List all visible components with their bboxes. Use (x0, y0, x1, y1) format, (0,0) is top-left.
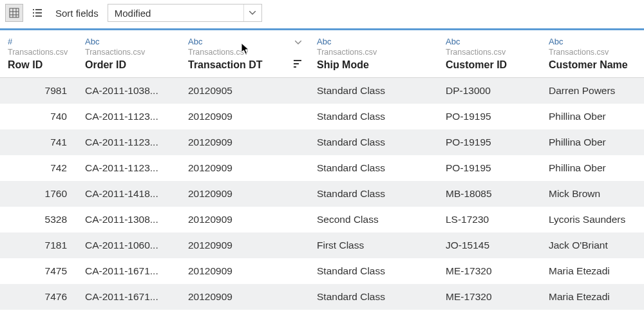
cell-order-id: CA-2011-1671... (77, 291, 180, 303)
cell-customer-name: Jack O'Briant (541, 240, 644, 251)
column-header[interactable]: #Transactions.csvRow ID (0, 30, 77, 77)
cell-order-id: CA-2011-1038... (77, 85, 180, 97)
list-view-button[interactable] (28, 4, 46, 22)
cell-ship-mode: Standard Class (309, 137, 438, 148)
cell-customer-id: MB-18085 (438, 188, 541, 200)
column-menu-caret-icon[interactable] (295, 35, 301, 46)
cell-txn-dt: 20120909 (180, 291, 309, 303)
column-source-label: Transactions.csv (549, 48, 638, 57)
grid-icon (9, 8, 19, 18)
column-field-name: Transaction DT (188, 59, 303, 71)
sort-icon[interactable] (294, 59, 303, 70)
cell-customer-name: Maria Etezadi (541, 265, 644, 277)
cell-row-id: 7181 (0, 240, 77, 251)
svg-rect-12 (294, 63, 299, 64)
toolbar: Sort fields Modified (0, 0, 644, 28)
list-icon (32, 8, 43, 18)
cell-row-id: 740 (0, 111, 77, 122)
column-header[interactable]: AbcTransactions.csvCustomer ID (438, 30, 541, 77)
svg-rect-0 (10, 8, 19, 17)
cell-customer-name: Darren Powers (541, 85, 644, 97)
column-header[interactable]: AbcTransactions.csvTransaction DT (180, 30, 309, 77)
column-source-label: Transactions.csv (85, 48, 174, 57)
table-row[interactable]: 7475CA-2011-1671...20120909Standard Clas… (0, 258, 644, 284)
cell-customer-name: Mick Brown (541, 188, 644, 200)
table-row[interactable]: 740CA-2011-1123...20120909Standard Class… (0, 104, 644, 129)
text-type-icon: Abc (549, 37, 563, 46)
svg-rect-9 (33, 15, 34, 17)
cell-order-id: CA-2011-1123... (77, 162, 180, 174)
cell-ship-mode: Standard Class (309, 111, 438, 122)
column-source-label: Transactions.csv (188, 48, 303, 57)
cell-customer-id: DP-13000 (438, 85, 541, 97)
cell-row-id: 7475 (0, 265, 77, 277)
column-source-label: Transactions.csv (8, 48, 71, 57)
chevron-down-icon (243, 5, 261, 21)
cell-order-id: CA-2011-1123... (77, 111, 180, 122)
column-field-name: Ship Mode (317, 59, 431, 71)
cell-customer-id: PO-19195 (438, 162, 541, 174)
sort-fields-select[interactable]: Modified (108, 4, 262, 22)
cell-txn-dt: 20120909 (180, 265, 309, 277)
column-field-name: Customer Name (549, 59, 638, 71)
cell-row-id: 742 (0, 162, 77, 174)
cell-ship-mode: First Class (309, 240, 438, 251)
cell-row-id: 1760 (0, 188, 77, 200)
table-row[interactable]: 7181CA-2011-1060...20120909First ClassJO… (0, 232, 644, 258)
column-field-name: Order ID (85, 59, 174, 71)
column-field-name: Row ID (8, 59, 71, 71)
text-type-icon: Abc (85, 37, 99, 46)
cell-customer-id: PO-19195 (438, 137, 541, 148)
cell-customer-name: Phillina Ober (541, 162, 644, 174)
cell-row-id: 7981 (0, 85, 77, 97)
sort-fields-label: Sort fields (55, 8, 99, 19)
column-source-label: Transactions.csv (446, 48, 535, 57)
table-row[interactable]: 7476CA-2011-1671...20120909Standard Clas… (0, 284, 644, 310)
cell-ship-mode: Second Class (309, 214, 438, 225)
cell-txn-dt: 20120909 (180, 214, 309, 225)
table-row[interactable]: 1760CA-2011-1418...20120909Standard Clas… (0, 181, 644, 207)
text-type-icon: Abc (188, 37, 202, 46)
cell-ship-mode: Standard Class (309, 188, 438, 200)
cell-ship-mode: Standard Class (309, 162, 438, 174)
column-header[interactable]: AbcTransactions.csvOrder ID (77, 30, 180, 77)
cell-customer-id: PO-19195 (438, 111, 541, 122)
svg-rect-13 (294, 66, 296, 68)
cell-order-id: CA-2011-1671... (77, 265, 180, 277)
cell-txn-dt: 20120909 (180, 188, 309, 200)
cell-customer-id: LS-17230 (438, 214, 541, 225)
cell-row-id: 5328 (0, 214, 77, 225)
svg-rect-11 (294, 60, 301, 61)
cell-order-id: CA-2011-1308... (77, 214, 180, 225)
sort-fields-value: Modified (108, 8, 243, 19)
cell-order-id: CA-2011-1123... (77, 137, 180, 148)
table-row[interactable]: 741CA-2011-1123...20120909Standard Class… (0, 129, 644, 155)
column-header[interactable]: AbcTransactions.csvCustomer Name (541, 30, 644, 77)
cell-customer-id: ME-17320 (438, 291, 541, 303)
text-type-icon: Abc (446, 37, 460, 46)
cell-txn-dt: 20120909 (180, 240, 309, 251)
svg-rect-7 (33, 12, 34, 14)
table-row[interactable]: 742CA-2011-1123...20120909Standard Class… (0, 155, 644, 181)
cell-ship-mode: Standard Class (309, 265, 438, 277)
cell-txn-dt: 20120909 (180, 162, 309, 174)
text-type-icon: Abc (317, 37, 331, 46)
svg-rect-5 (33, 9, 34, 10)
svg-rect-6 (35, 9, 42, 10)
cell-customer-name: Phillina Ober (541, 111, 644, 122)
table-row[interactable]: 7981CA-2011-1038...20120905Standard Clas… (0, 78, 644, 104)
svg-rect-8 (35, 12, 42, 14)
column-source-label: Transactions.csv (317, 48, 431, 57)
column-field-name: Customer ID (446, 59, 535, 71)
svg-rect-10 (35, 15, 42, 17)
grid-view-button[interactable] (5, 4, 23, 22)
number-type-icon: # (8, 37, 12, 46)
cell-ship-mode: Standard Class (309, 85, 438, 97)
table-row[interactable]: 5328CA-2011-1308...20120909Second ClassL… (0, 207, 644, 232)
column-header[interactable]: AbcTransactions.csvShip Mode (309, 30, 438, 77)
cell-txn-dt: 20120909 (180, 111, 309, 122)
data-rows: 7981CA-2011-1038...20120905Standard Clas… (0, 78, 644, 310)
cell-txn-dt: 20120909 (180, 137, 309, 148)
cell-customer-name: Phillina Ober (541, 137, 644, 148)
cell-row-id: 741 (0, 137, 77, 148)
